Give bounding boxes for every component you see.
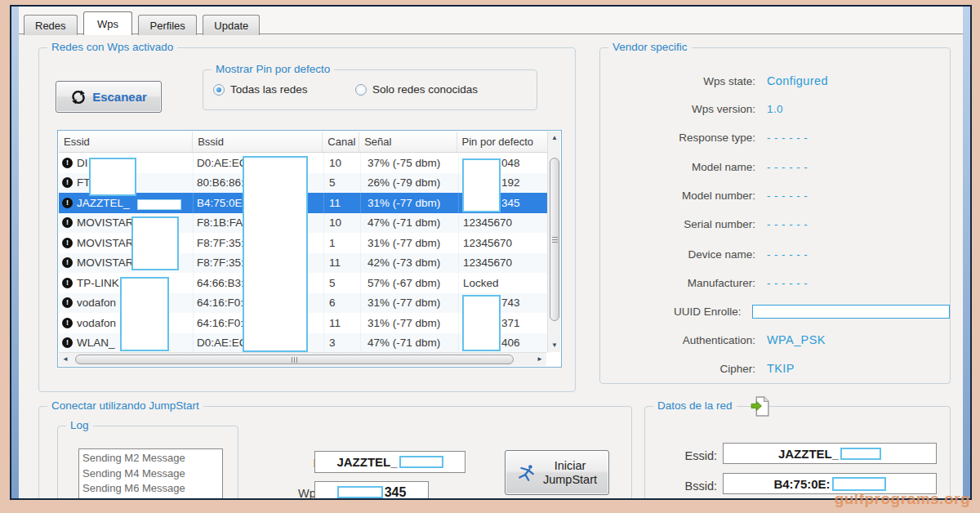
log-line: Sending M6 Message (82, 481, 219, 497)
import-document-icon (750, 395, 772, 417)
cell-canal: 10 (324, 153, 361, 173)
scroll-left-icon[interactable]: ◄ (59, 353, 72, 366)
redaction-overlay (243, 156, 308, 352)
vendor-value: 1.0 (767, 103, 783, 115)
header-bssid[interactable]: Bssid (193, 132, 323, 152)
cell-pin: Locked (459, 273, 550, 293)
redaction-overlay (89, 158, 136, 196)
datos-essid-value: JAZZTEL_ (778, 447, 839, 461)
vendor-value: - - - - - - (767, 161, 808, 173)
info-icon (62, 217, 73, 228)
vertical-scroll-thumb[interactable] (550, 158, 559, 321)
vendor-label: Authentication: (600, 334, 755, 346)
group-wps-networks-title: Redes con Wps activado (47, 41, 177, 53)
cell-essid: MOVISTAR_ (77, 237, 140, 249)
essid-field[interactable]: JAZZTEL_ (314, 451, 466, 473)
info-icon (62, 297, 73, 308)
tab-perfiles[interactable]: Perfiles (138, 15, 196, 35)
group-log-title: Log (66, 419, 93, 431)
redaction-overlay (462, 158, 501, 212)
scroll-down-icon[interactable]: ▼ (548, 339, 561, 352)
app-window: Redes Wps Perfiles Update Redes con Wps … (10, 5, 972, 500)
info-icon (62, 257, 73, 268)
cell-essid: DI (77, 157, 88, 169)
cell-pin: 12345670 (459, 253, 550, 274)
cell-essid: MOVISTAR_ (77, 216, 140, 229)
wps-pin-field[interactable]: 345 (314, 481, 429, 498)
tab-wps[interactable]: Wps (83, 11, 132, 35)
horizontal-scroll-thumb[interactable] (75, 355, 514, 364)
screenshot-frame: Redes Wps Perfiles Update Redes con Wps … (0, 0, 980, 513)
group-jumpstart-title: Conectar utilizando JumpStart (47, 399, 203, 412)
horizontal-scrollbar[interactable]: ◄ ► (59, 352, 546, 366)
scan-button[interactable]: Escanear (56, 81, 162, 113)
tab-bar: Redes Wps Perfiles Update (19, 7, 963, 34)
cell-pin: 12345670 (459, 213, 550, 234)
group-jumpstart: Conectar utilizando JumpStart Log Sendin… (38, 406, 632, 498)
cell-canal: 11 (324, 193, 361, 213)
header-canal[interactable]: Canal (323, 132, 359, 152)
vendor-value: WPA_PSK (767, 333, 826, 346)
vertical-scrollbar[interactable]: ▲ ▼ (547, 132, 560, 352)
vendor-label: UUID Enrolle: (600, 306, 741, 318)
vendor-label: Serial number: (600, 218, 755, 230)
networks-table-header: Essid Bssid Canal Señal Pin por defecto (59, 132, 547, 153)
vendor-label: Cipher: (600, 363, 755, 375)
log-line: Sending M8 Message (82, 497, 219, 499)
essid-field-value: JAZZTEL_ (336, 455, 397, 469)
redaction-overlay (137, 199, 181, 210)
cell-senal: 37% (-75 dbm) (361, 153, 459, 173)
cell-canal: 3 (324, 333, 361, 354)
log-listbox[interactable]: Sending M2 Message Sending M4 Message Se… (78, 448, 223, 498)
info-icon (62, 177, 73, 188)
cell-essid: JAZZTEL_ (77, 197, 130, 209)
log-line: Sending M4 Message (82, 466, 219, 482)
vendor-value: - - - - - - (767, 277, 808, 289)
datos-bssid-label: Bssid: (662, 480, 717, 493)
header-pin[interactable]: Pin por defecto (457, 132, 547, 152)
uuid-enrollee-field[interactable] (752, 305, 950, 319)
datos-bssid-value: B4:75:0E: (773, 477, 830, 491)
redaction-overlay (120, 277, 169, 351)
log-line: Sending M2 Message (82, 451, 219, 466)
vendor-label: Wps state: (600, 75, 755, 87)
group-log: Log Sending M2 Message Sending M4 Messag… (57, 426, 238, 498)
cell-canal: 1 (324, 233, 361, 253)
cell-senal: 31% (-77 dbm) (361, 233, 459, 253)
vendor-value: - - - - - - (767, 190, 808, 202)
vendor-label: Manufacturer: (600, 277, 755, 289)
vendor-value: TKIP (767, 362, 795, 375)
scroll-up-icon[interactable]: ▲ (548, 132, 561, 145)
scroll-right-icon[interactable]: ► (533, 353, 546, 366)
info-icon (62, 337, 73, 348)
cell-canal: 11 (324, 313, 361, 333)
group-vendor-title: Vendor specific (608, 41, 692, 53)
radio-known-networks[interactable]: Solo redes conocidas (355, 83, 478, 96)
cell-senal: 47% (-71 dbm) (361, 333, 459, 354)
cell-essid: vodafon (77, 317, 116, 329)
datos-essid-label: Essid: (662, 449, 717, 462)
datos-essid-field[interactable]: JAZZTEL_ (723, 443, 937, 464)
start-jumpstart-button[interactable]: Iniciar JumpStart (505, 450, 609, 495)
vendor-value: - - - - - - (767, 132, 808, 144)
group-network-data-title: Datos de la red (653, 399, 737, 412)
cell-canal: 6 (324, 293, 361, 314)
header-senal[interactable]: Señal (359, 132, 457, 152)
refresh-icon (70, 89, 87, 105)
cell-canal: 5 (324, 273, 361, 293)
vendor-label: Device name: (600, 248, 755, 261)
wps-pin-field-value: 345 (385, 485, 407, 499)
tab-redes[interactable]: Redes (24, 15, 78, 35)
tab-update[interactable]: Update (203, 15, 260, 35)
vendor-value: - - - - - - (767, 218, 808, 230)
cell-canal: 10 (324, 213, 361, 234)
redaction-overlay (832, 477, 886, 491)
radio-on-icon (213, 84, 225, 96)
info-icon (62, 158, 73, 168)
scan-button-label: Escanear (92, 90, 147, 104)
redaction-overlay (337, 486, 383, 498)
group-show-pin-title: Mostrar Pin por defecto (212, 63, 334, 75)
radio-all-networks[interactable]: Todas las redes (213, 83, 308, 96)
header-essid[interactable]: Essid (59, 132, 193, 152)
cell-senal: 47% (-71 dbm) (361, 213, 459, 234)
